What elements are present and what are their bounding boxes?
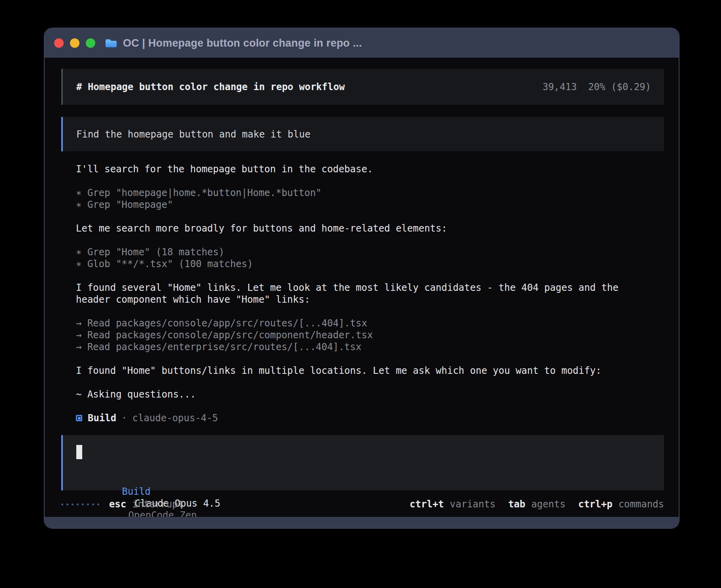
terminal-content: # Homepage button color change in repo w… — [45, 58, 679, 517]
terminal-window: OC | Homepage button color change in rep… — [44, 28, 679, 529]
traffic-lights — [54, 38, 95, 48]
activity-dots — [61, 503, 99, 505]
activity-dot — [87, 503, 89, 505]
session-stats: 39,413 20% ($0.29) — [542, 81, 651, 92]
output-line: → Read packages/console/app/src/componen… — [76, 329, 664, 341]
prompt-input[interactable]: Build Claude Opus 4.5 OpenCode Zen — [61, 435, 664, 490]
agent-separator: · — [121, 413, 127, 424]
output-line — [76, 211, 664, 222]
close-window-button[interactable] — [54, 38, 64, 48]
output-line: I'll search for the homepage button in t… — [76, 163, 664, 175]
input-mode-label[interactable]: Build — [122, 486, 151, 497]
output-line — [76, 270, 664, 282]
output-line — [76, 234, 664, 246]
keyboard-hint: tab agents — [508, 499, 566, 510]
output-line: → Read packages/enterprise/src/routes/[.… — [76, 341, 664, 353]
activity-dot — [82, 503, 84, 505]
session-header: # Homepage button color change in repo w… — [61, 69, 664, 105]
assistant-output: I'll search for the homepage button in t… — [61, 163, 664, 400]
fullscreen-window-button[interactable] — [86, 38, 95, 48]
output-line: ∗ Grep "Home" (18 matches) — [76, 246, 664, 258]
user-message: Find the homepage button and make it blu… — [61, 117, 664, 151]
output-line: ∗ Grep "homepage|home.*button|Home.*butt… — [76, 187, 664, 199]
input-meta-row: Build Claude Opus 4.5 OpenCode Zen — [76, 474, 651, 486]
activity-dot — [77, 503, 79, 505]
status-left: esc interrupt — [61, 499, 183, 510]
output-line — [76, 377, 664, 388]
output-line: ∗ Glob "**/*.tsx" (100 matches) — [76, 258, 664, 270]
session-title: # Homepage button color change in repo w… — [76, 81, 345, 92]
keyboard-hint: ctrl+t variants — [410, 499, 495, 510]
user-message-text: Find the homepage button and make it blu… — [76, 129, 310, 140]
window-title: OC | Homepage button color change in rep… — [123, 37, 362, 49]
window-titlebar[interactable]: OC | Homepage button color change in rep… — [45, 28, 679, 58]
activity-dot — [97, 503, 99, 505]
esc-key-hint: esc — [109, 499, 126, 510]
output-line — [76, 305, 664, 317]
output-line: Let me search more broadly for buttons a… — [76, 222, 664, 234]
output-line: header component which have "Home" links… — [76, 294, 664, 305]
agent-model: claude-opus-4-5 — [132, 413, 218, 424]
status-right: ctrl+t variants tab agents ctrl+p comman… — [410, 499, 664, 510]
activity-dot — [72, 503, 74, 505]
output-line: ~ Asking questions... — [76, 388, 664, 400]
keyboard-hint: ctrl+p commands — [578, 499, 664, 510]
activity-dot — [61, 503, 63, 505]
output-line: → Read packages/console/app/src/routes/[… — [76, 317, 664, 329]
build-agent-icon — [76, 415, 82, 421]
minimize-window-button[interactable] — [70, 38, 79, 48]
agent-name: Build — [88, 413, 116, 424]
output-line: ∗ Grep "Homepage" — [76, 199, 664, 211]
status-bar: esc interrupt ctrl+t variants tab agents… — [61, 498, 664, 510]
agent-status-row: Build · claude-opus-4-5 — [61, 412, 664, 424]
output-line — [76, 175, 664, 187]
activity-dot — [92, 503, 94, 505]
activity-dot — [66, 503, 68, 505]
output-line: I found several "Home" links. Let me loo… — [76, 282, 664, 294]
window-bottom-chrome — [45, 517, 679, 528]
esc-key-action: interrupt — [132, 499, 183, 510]
output-line: I found "Home" buttons/links in multiple… — [76, 365, 664, 377]
flex-spacer — [61, 424, 664, 435]
output-line — [76, 353, 664, 365]
folder-icon — [105, 38, 117, 48]
text-cursor — [76, 445, 82, 459]
